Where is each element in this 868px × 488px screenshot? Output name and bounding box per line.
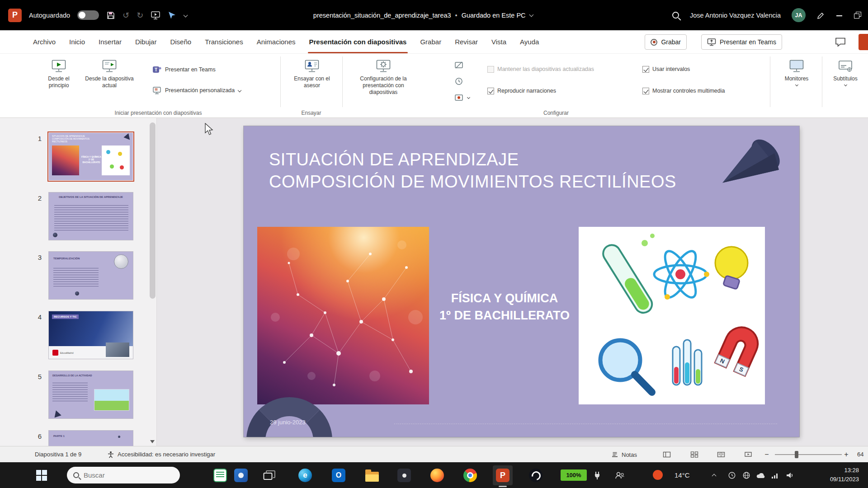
- save-icon[interactable]: [106, 11, 115, 20]
- user-name[interactable]: Jose Antonio Vazquez Valencia: [690, 12, 781, 19]
- use-timings-checkbox[interactable]: Usar intervalos: [642, 65, 690, 74]
- subtitles-button[interactable]: Subtítulos: [825, 55, 866, 107]
- setup-slideshow-button[interactable]: Configuración de la presentación con dia…: [348, 55, 419, 107]
- search-icon[interactable]: [672, 12, 679, 19]
- zoom-slider-thumb[interactable]: [795, 451, 798, 458]
- slide-thumbnail-6[interactable]: PARTE 1: [49, 431, 133, 446]
- notification-badge-icon[interactable]: [653, 470, 663, 480]
- tab-vista[interactable]: Vista: [485, 30, 513, 53]
- outlook-icon[interactable]: O: [329, 465, 349, 485]
- from-current-slide-button[interactable]: Desde la diapositiva actual: [82, 55, 137, 107]
- reading-view-button[interactable]: [715, 449, 727, 460]
- slide-sorter-view-button[interactable]: [689, 449, 700, 460]
- wifi-signal-icon[interactable]: [770, 470, 780, 480]
- qat-chevron-icon[interactable]: [184, 13, 188, 18]
- record-dropdown-chevron-icon[interactable]: [467, 96, 470, 99]
- tab-dibujar[interactable]: Dibujar: [128, 30, 164, 53]
- temperature-widget[interactable]: 14°C: [675, 462, 690, 488]
- panel-scroll-down-arrow[interactable]: [150, 440, 155, 443]
- rehearse-with-coach-button[interactable]: Ensayar con el asesor: [287, 55, 337, 107]
- panel-scrollbar-thumb[interactable]: [150, 122, 156, 299]
- slide-thumbnail-2[interactable]: OBJETIVOS DE LA SITUACIÓN DE APRENDIZAJE: [49, 192, 133, 240]
- slide-thumbnail-4[interactable]: RECURSOS Y TIC EducaMadrid: [49, 311, 133, 359]
- battery-widget[interactable]: 100%: [561, 469, 587, 481]
- powerpoint-taskbar-icon[interactable]: P: [493, 465, 513, 485]
- comments-icon[interactable]: [835, 37, 846, 47]
- tab-ayuda[interactable]: Ayuda: [513, 30, 546, 53]
- chrome-icon[interactable]: [460, 465, 480, 485]
- clock-widget[interactable]: 13:28 09/11/2023: [830, 466, 859, 484]
- accessibility-status[interactable]: Accesibilidad: es necesario investigar: [118, 446, 215, 463]
- slide-image-abstract[interactable]: [257, 227, 429, 404]
- people-icon[interactable]: [615, 470, 625, 480]
- slide-thumbnail-5[interactable]: DESARROLLO DE LA ACTIVIDAD: [49, 371, 133, 418]
- start-button[interactable]: [32, 465, 52, 485]
- undo-icon[interactable]: ↺: [123, 11, 129, 19]
- edge-icon[interactable]: e: [295, 465, 315, 485]
- normal-view-button[interactable]: [661, 449, 673, 460]
- slideshow-from-start-icon[interactable]: [151, 11, 160, 20]
- ink-pen-icon[interactable]: [816, 11, 826, 20]
- firefox-icon[interactable]: [427, 465, 447, 485]
- obs-icon[interactable]: [526, 465, 546, 485]
- record-slideshow-icon-button[interactable]: [453, 92, 465, 103]
- monitors-button[interactable]: Monitores: [774, 55, 819, 107]
- slide-thumbnail-3[interactable]: TEMPORALIZACIÓN: [49, 252, 133, 299]
- tray-expand-chevron-icon[interactable]: [712, 474, 717, 479]
- from-beginning-button[interactable]: Desde el principio: [40, 55, 78, 107]
- tab-transiciones[interactable]: Transiciones: [198, 30, 250, 53]
- slide-thumbnail-1[interactable]: SITUACIÓN DE APRENDIZAJECOMPOSICIÓN DE M…: [49, 133, 133, 180]
- document-title[interactable]: presentación_situación_de_aprendizaje_ta…: [313, 12, 451, 19]
- avatar[interactable]: JA: [792, 8, 806, 22]
- save-status[interactable]: Guardado en Este PC: [462, 12, 526, 19]
- zoom-slider-track[interactable]: [775, 454, 842, 455]
- slide-canvas[interactable]: SITUACIÓN DE APRENDIZAJE COMPOSICIÓN DE …: [244, 126, 799, 437]
- share-button-partial[interactable]: [859, 34, 868, 50]
- taskbar-search-box[interactable]: [67, 467, 180, 483]
- record-button[interactable]: Grabar: [645, 34, 687, 50]
- redo-icon[interactable]: ↻: [137, 11, 143, 19]
- slide-subject-text[interactable]: FÍSICA Y QUÍMICA 1º DE BACHILLERATO: [428, 290, 581, 324]
- onedrive-cloud-icon[interactable]: [756, 470, 766, 480]
- hide-slide-icon-button[interactable]: [453, 59, 465, 71]
- present-in-teams-button[interactable]: Presentar en Teams: [701, 34, 782, 50]
- tray-network-globe-icon[interactable]: [741, 470, 751, 480]
- title-chevron-icon[interactable]: [529, 12, 533, 17]
- blue-app-icon[interactable]: [231, 465, 251, 485]
- volume-icon[interactable]: [785, 470, 795, 480]
- show-media-controls-checkbox[interactable]: Mostrar controles multimedia: [642, 86, 725, 95]
- rehearse-timings-icon-button[interactable]: [453, 75, 465, 87]
- zoom-value[interactable]: 64: [857, 446, 863, 463]
- play-narrations-checkbox[interactable]: Reproducir narraciones: [487, 86, 556, 95]
- search-input[interactable]: [84, 471, 160, 479]
- tab-animaciones[interactable]: Animaciones: [250, 30, 302, 53]
- slide-image-science-clipart[interactable]: N S: [579, 227, 765, 404]
- keep-slides-updated-checkbox[interactable]: Mantener las diapositivas actualizadas: [487, 65, 594, 74]
- slideshow-view-button[interactable]: [742, 449, 754, 460]
- restore-button[interactable]: [854, 12, 861, 19]
- dark-app-icon[interactable]: [394, 465, 414, 485]
- tray-clock-icon[interactable]: [727, 470, 737, 480]
- tab-grabar[interactable]: Grabar: [413, 30, 448, 53]
- pointer-icon[interactable]: [168, 11, 177, 20]
- file-explorer-icon[interactable]: [362, 465, 382, 485]
- power-plug-icon[interactable]: [592, 470, 602, 480]
- present-in-teams-menu-button[interactable]: T Presentar en Teams: [152, 62, 216, 77]
- minimize-button[interactable]: [836, 12, 843, 19]
- tab-inicio[interactable]: Inicio: [62, 30, 92, 53]
- cone-shape[interactable]: [722, 135, 785, 194]
- notebook-app-icon[interactable]: [210, 465, 230, 485]
- zoom-in-button[interactable]: +: [842, 449, 851, 460]
- tab-presentacion-con-diapositivas[interactable]: Presentación con diapositivas: [302, 30, 414, 53]
- task-view-icon[interactable]: [259, 465, 279, 485]
- tab-revisar[interactable]: Revisar: [448, 30, 485, 53]
- slide-date[interactable]: 29 junio-2023: [270, 419, 306, 426]
- autosave-toggle[interactable]: [77, 10, 99, 20]
- powerpoint-logo[interactable]: P: [8, 9, 22, 22]
- notes-button[interactable]: Notas: [611, 446, 637, 463]
- tab-archivo[interactable]: Archivo: [26, 30, 62, 53]
- slide-counter[interactable]: Diapositiva 1 de 9: [35, 446, 81, 463]
- custom-slideshow-button[interactable]: Presentación personalizada: [152, 83, 241, 98]
- zoom-out-button[interactable]: −: [762, 449, 771, 460]
- slide-title[interactable]: SITUACIÓN DE APRENDIZAJE COMPOSICIÓN DE …: [269, 149, 676, 193]
